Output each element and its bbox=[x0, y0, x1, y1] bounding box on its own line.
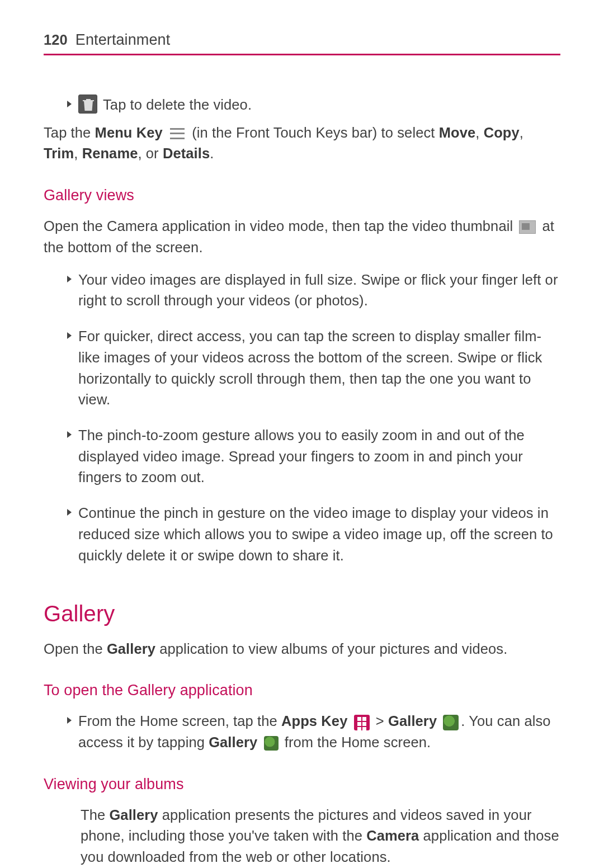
gallery-views-heading: Gallery views bbox=[44, 185, 560, 207]
bullet-caret-icon bbox=[67, 431, 72, 438]
details-label: Details bbox=[163, 145, 210, 161]
menu-key-label: Menu Key bbox=[95, 125, 163, 140]
gallery-label: Gallery bbox=[388, 713, 437, 729]
bullet-caret-icon bbox=[67, 717, 72, 724]
viewing-albums-heading: Viewing your albums bbox=[44, 773, 560, 796]
bullet-caret-icon bbox=[67, 509, 72, 516]
text: Open the Camera application in video mod… bbox=[44, 218, 517, 234]
text: From the Home screen, tap the bbox=[78, 713, 281, 729]
rename-label: Rename bbox=[82, 145, 138, 161]
delete-text: Tap to delete the video. bbox=[103, 95, 560, 116]
text: Open the bbox=[44, 641, 107, 657]
open-gallery-bullet: From the Home screen, tap the Apps Key >… bbox=[67, 711, 560, 753]
bullet-caret-icon bbox=[67, 332, 72, 339]
text: , bbox=[475, 125, 483, 140]
move-label: Move bbox=[439, 125, 476, 140]
trash-icon bbox=[78, 95, 97, 114]
page-number: 120 bbox=[44, 30, 68, 51]
list-item: For quicker, direct access, you can tap … bbox=[67, 326, 560, 411]
gallery-intro: Open the Gallery application to view alb… bbox=[44, 639, 560, 660]
gallery-views-intro: Open the Camera application in video mod… bbox=[44, 216, 560, 258]
page-header: 120 Entertainment bbox=[44, 29, 560, 55]
apps-icon bbox=[354, 715, 370, 730]
gallery-icon bbox=[264, 736, 279, 751]
open-gallery-text: From the Home screen, tap the Apps Key >… bbox=[78, 711, 560, 753]
text: , bbox=[520, 125, 523, 140]
text: The bbox=[81, 807, 109, 823]
list-item: Continue the pinch in gesture on the vid… bbox=[67, 503, 560, 566]
text: > bbox=[372, 713, 388, 729]
camera-label: Camera bbox=[366, 828, 419, 843]
gallery-heading: Gallery bbox=[44, 597, 560, 630]
text: Tap the bbox=[44, 125, 95, 140]
menu-key-paragraph: Tap the Menu Key (in the Front Touch Key… bbox=[44, 122, 560, 164]
list-text: Continue the pinch in gesture on the vid… bbox=[78, 503, 560, 566]
delete-bullet: Tap to delete the video. bbox=[67, 95, 560, 116]
section-title: Entertainment bbox=[76, 29, 170, 51]
bullet-caret-icon bbox=[67, 101, 72, 107]
list-text: The pinch-to-zoom gesture allows you to … bbox=[78, 425, 560, 488]
copy-label: Copy bbox=[484, 125, 520, 140]
apps-key-label: Apps Key bbox=[281, 713, 347, 729]
trim-label: Trim bbox=[44, 145, 74, 161]
gallery-views-list: Your video images are displayed in full … bbox=[67, 270, 560, 567]
viewing-albums-paragraph: The Gallery application presents the pic… bbox=[81, 805, 560, 868]
text: application to view albums of your pictu… bbox=[155, 641, 507, 657]
gallery-label: Gallery bbox=[209, 734, 257, 750]
list-text: Your video images are displayed in full … bbox=[78, 270, 560, 312]
list-text: For quicker, direct access, you can tap … bbox=[78, 326, 560, 411]
text: , or bbox=[138, 145, 162, 161]
text: . bbox=[210, 145, 214, 161]
list-item: Your video images are displayed in full … bbox=[67, 270, 560, 312]
menu-icon bbox=[170, 128, 185, 139]
gallery-label: Gallery bbox=[107, 641, 155, 657]
text: from the Home screen. bbox=[281, 734, 431, 750]
text: , bbox=[74, 145, 82, 161]
text: (in the Front Touch Keys bar) to select bbox=[188, 125, 439, 140]
open-gallery-heading: To open the Gallery application bbox=[44, 680, 560, 702]
gallery-label: Gallery bbox=[109, 807, 158, 823]
list-item: The pinch-to-zoom gesture allows you to … bbox=[67, 425, 560, 488]
gallery-icon bbox=[443, 715, 459, 730]
thumbnail-icon bbox=[519, 220, 536, 234]
bullet-caret-icon bbox=[67, 276, 72, 282]
